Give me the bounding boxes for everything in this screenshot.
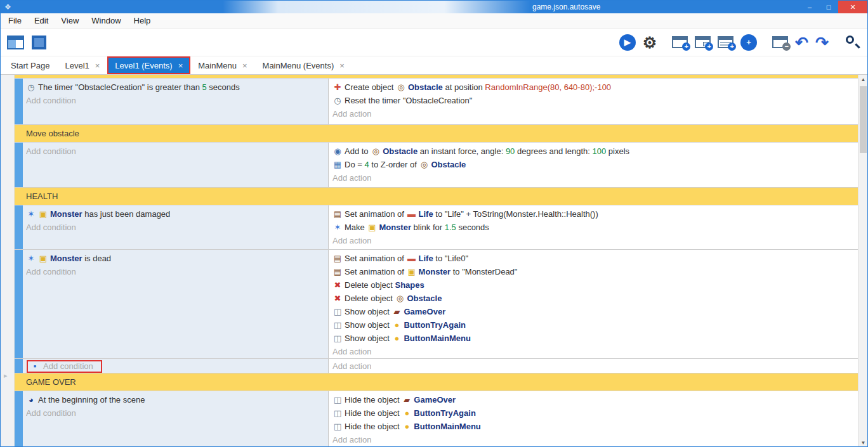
- blue-document-icon[interactable]: [32, 36, 46, 49]
- debug-button[interactable]: ⚙: [643, 34, 657, 51]
- action-line[interactable]: ✖Delete object ◎Obstacle: [332, 292, 859, 305]
- button-thumb-icon: ●: [402, 420, 412, 433]
- add-action-button[interactable]: Add action: [332, 234, 859, 247]
- delete-icon: ✖: [332, 278, 343, 292]
- add-more-button[interactable]: +: [740, 34, 757, 51]
- menu-edit[interactable]: Edit: [28, 14, 55, 27]
- tab-close-icon[interactable]: ×: [339, 61, 345, 70]
- comment-row[interactable]: Move obstacle: [15, 125, 859, 143]
- conditions-cell[interactable]: ◕At the beginning of the sceneAdd condit…: [23, 391, 328, 447]
- events-list: ◷The timer "ObstacleCreation" is greater…: [15, 75, 859, 447]
- obstacle-thumb-icon: ◎: [419, 158, 429, 171]
- conditions-cell[interactable]: Add condition: [23, 143, 328, 187]
- tab-mainmenu-events[interactable]: MainMenu (Events)×: [255, 56, 352, 74]
- life-thumb-icon: ▬: [407, 252, 417, 265]
- comment-label: Move obstacle: [26, 129, 79, 138]
- condition-line[interactable]: ◷The timer "ObstacleCreation" is greater…: [26, 81, 328, 94]
- condition-line[interactable]: ◕At the beginning of the scene: [26, 393, 328, 406]
- action-line[interactable]: ◫Show object ▰GameOver: [332, 305, 859, 318]
- comment-row[interactable]: GAME OVER: [15, 373, 859, 391]
- actions-cell[interactable]: Add action: [328, 359, 859, 373]
- conditions-cell[interactable]: ✶▣Monster has just been damagedAdd condi…: [23, 205, 328, 249]
- menu-window[interactable]: Window: [85, 14, 127, 27]
- condition-line[interactable]: ✶▣Monster is dead: [26, 252, 328, 265]
- maximize-button[interactable]: □: [819, 1, 838, 13]
- titlebar: ❖ game.json.autosave – □ ✕: [1, 1, 867, 13]
- scene-window-icon[interactable]: [7, 36, 24, 49]
- scroll-up-icon[interactable]: ▲: [858, 75, 867, 84]
- action-line[interactable]: ✶Make ▣Monster blink for 1.5 seconds: [332, 221, 859, 234]
- tab-level1[interactable]: Level1×: [57, 56, 107, 74]
- add-condition-button[interactable]: ▪Add condition: [27, 360, 102, 373]
- add-condition-button[interactable]: Add condition: [26, 94, 328, 107]
- visibility-icon: ◫: [332, 305, 343, 318]
- animation-icon: ▤: [332, 207, 343, 221]
- actions-cell[interactable]: ▤Set animation of ▬Life to "Life0"▤Set a…: [328, 250, 859, 358]
- add-action-button[interactable]: Add action: [332, 433, 859, 446]
- gameover-thumb-icon: ▰: [402, 393, 412, 406]
- subevent-marker-icon: ▪: [30, 361, 40, 371]
- tab-start-page[interactable]: Start Page: [3, 56, 57, 74]
- fold-marker-icon: ▸: [4, 372, 8, 380]
- condition-line[interactable]: ✶▣Monster has just been damaged: [26, 207, 328, 221]
- zorder-icon: ▦: [332, 158, 343, 171]
- conditions-cell[interactable]: ◷The timer "ObstacleCreation" is greater…: [23, 79, 328, 124]
- action-line[interactable]: ◷Reset the timer "ObstacleCreation": [332, 94, 859, 107]
- redo-button[interactable]: ↷: [815, 34, 829, 51]
- menu-file[interactable]: File: [2, 14, 28, 27]
- action-line[interactable]: ▦Do = 4 to Z-order of ◎Obstacle: [332, 158, 859, 171]
- actions-cell[interactable]: ▤Set animation of ▬Life to "Life" + ToSt…: [328, 205, 859, 249]
- preview-button[interactable]: ▶: [619, 34, 636, 51]
- undo-button[interactable]: ↶: [795, 34, 808, 51]
- add-condition-button[interactable]: Add condition: [26, 265, 328, 278]
- conditions-cell[interactable]: ▪Add condition: [23, 359, 328, 373]
- actions-cell[interactable]: ✚Create object ◎Obstacle at position Ran…: [328, 79, 859, 124]
- search-button[interactable]: [844, 34, 861, 51]
- tab-mainmenu[interactable]: MainMenu×: [190, 56, 254, 74]
- add-condition-button[interactable]: Add condition: [26, 145, 328, 158]
- add-condition-button[interactable]: Add condition: [26, 406, 328, 420]
- action-line[interactable]: ◫Show object ●ButtonTryAgain: [332, 318, 859, 332]
- action-line[interactable]: ◫Show object ●ButtonMainMenu: [332, 332, 859, 345]
- tab-level1-events[interactable]: Level1 (Events)×: [107, 56, 190, 74]
- action-line[interactable]: ◫Hide the object ▰GameOver: [332, 393, 859, 406]
- add-comment-button[interactable]: +: [718, 36, 733, 48]
- action-line[interactable]: ▤Set animation of ▬Life to "Life" + ToSt…: [332, 207, 859, 221]
- close-button[interactable]: ✕: [838, 1, 867, 13]
- action-line[interactable]: ✚Create object ◎Obstacle at position Ran…: [332, 81, 859, 94]
- add-event-button[interactable]: +: [672, 36, 688, 48]
- tab-label: Level1 (Events): [115, 61, 172, 70]
- scrollbar-thumb[interactable]: [860, 86, 867, 153]
- visibility-icon: ◫: [332, 393, 343, 406]
- tab-close-icon[interactable]: ×: [178, 61, 183, 70]
- comment-row[interactable]: HEALTH: [15, 188, 859, 205]
- action-line[interactable]: ◫Hide the object ●ButtonTryAgain: [332, 406, 859, 420]
- minimize-button[interactable]: –: [800, 1, 819, 13]
- action-line[interactable]: ◫Hide the object ●ButtonMainMenu: [332, 420, 859, 433]
- button-thumb-icon: ●: [391, 318, 402, 332]
- action-line[interactable]: ✖Delete object Shapes: [332, 278, 859, 292]
- animation-icon: ▤: [332, 265, 343, 278]
- add-action-button[interactable]: Add action: [332, 171, 859, 185]
- tab-close-icon[interactable]: ×: [95, 61, 100, 70]
- action-line[interactable]: ◉Add to ◎Obstacle an instant force, angl…: [332, 145, 859, 158]
- add-subevent-button[interactable]: +: [695, 36, 711, 48]
- add-action-button[interactable]: Add action: [332, 345, 859, 358]
- menu-view[interactable]: View: [55, 14, 85, 27]
- add-action-button[interactable]: Add action: [332, 360, 371, 373]
- event-depth-strip: [15, 391, 23, 447]
- event-row: ✶▣Monster has just been damagedAdd condi…: [15, 205, 859, 250]
- actions-cell[interactable]: ◫Hide the object ▰GameOver◫Hide the obje…: [328, 391, 859, 447]
- scroll-down-icon[interactable]: ▼: [858, 438, 867, 447]
- vertical-scrollbar[interactable]: ▲ ▼: [858, 75, 867, 447]
- menu-help[interactable]: Help: [128, 14, 157, 27]
- add-action-button[interactable]: Add action: [332, 107, 859, 120]
- monster-thumb-icon: ▣: [367, 221, 377, 234]
- add-condition-button[interactable]: Add condition: [26, 221, 328, 234]
- action-line[interactable]: ▤Set animation of ▣Monster to "MonsterDe…: [332, 265, 859, 278]
- actions-cell[interactable]: ◉Add to ◎Obstacle an instant force, angl…: [328, 143, 859, 187]
- toggle-disable-button[interactable]: −: [772, 36, 788, 48]
- conditions-cell[interactable]: ✶▣Monster is deadAdd condition: [23, 250, 328, 358]
- action-line[interactable]: ▤Set animation of ▬Life to "Life0": [332, 252, 859, 265]
- tab-close-icon[interactable]: ×: [242, 61, 247, 70]
